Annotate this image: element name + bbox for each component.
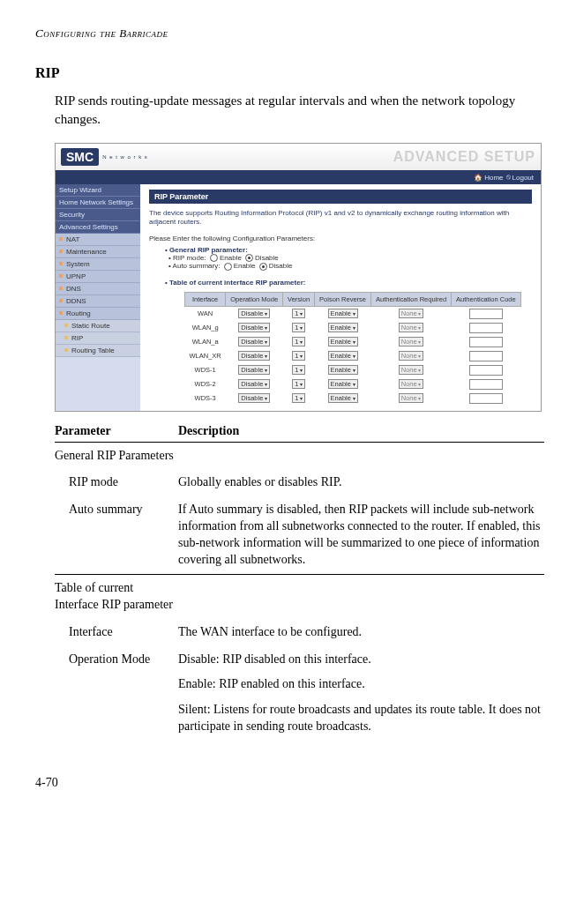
rip-row: WLAN_aDisable1EnableNone [185, 335, 521, 349]
param-name: RIP mode [55, 469, 178, 496]
auto-enable-radio[interactable] [224, 263, 232, 271]
opmode-select[interactable]: Disable [238, 379, 270, 389]
auth-select[interactable]: None [399, 323, 424, 332]
parameter-table: Parameter Description General RIP Parame… [55, 421, 544, 750]
nav-system[interactable]: System [56, 258, 140, 271]
authcode-input[interactable] [469, 365, 503, 376]
nav-ddns[interactable]: DDNS [56, 295, 140, 308]
param-name: Operation Mode [55, 646, 178, 750]
rip-mode-row: • RIP mode: Enable Disable [168, 254, 532, 262]
rip-row: WANDisable1EnableNone [185, 306, 521, 321]
auto-disable-radio[interactable] [259, 263, 267, 271]
opmode-select[interactable]: Disable [238, 337, 270, 346]
rip-row: WDS-3Disable1EnableNone [185, 391, 521, 406]
authcode-input[interactable] [469, 323, 503, 333]
poison-select[interactable]: Enable [328, 323, 358, 332]
nav-maintenance[interactable]: Maintenance [56, 246, 140, 258]
authcode-input[interactable] [469, 351, 503, 361]
nav-routing-table[interactable]: Routing Table [56, 345, 140, 357]
nav-dns[interactable]: DNS [56, 283, 140, 295]
version-select[interactable]: 1 [292, 323, 305, 332]
rip-row: WLAN_gDisable1EnableNone [185, 321, 521, 335]
poison-select[interactable]: Enable [328, 351, 358, 361]
cell-if: WAN [185, 306, 226, 321]
group1-title: • General RIP parameter: [165, 246, 532, 254]
page-number: 4-70 [35, 776, 541, 790]
interface-rip-table: Interface Operation Mode Version Poison … [184, 292, 521, 406]
poison-select[interactable]: Enable [328, 337, 358, 346]
auth-select[interactable]: None [399, 365, 424, 375]
nav-security[interactable]: Security [56, 209, 140, 221]
param-name: General RIP Parameters [55, 442, 178, 469]
panel-intro: Please Enter the following Configuration… [149, 235, 532, 242]
param-row: InterfaceThe WAN interface to be configu… [55, 619, 544, 646]
nav-rip[interactable]: RIP [56, 332, 140, 345]
version-select[interactable]: 1 [292, 351, 305, 361]
col-interface: Interface [185, 292, 226, 306]
auto-summary-row: • Auto summary: Enable Disable [168, 262, 532, 270]
cell-if: WDS-2 [185, 377, 226, 391]
group2-title: • Table of current interface RIP paramet… [165, 279, 532, 287]
nav-static-route[interactable]: Static Route [56, 320, 140, 332]
version-select[interactable]: 1 [292, 379, 305, 389]
section-title: RIP [35, 65, 541, 81]
nav-routing[interactable]: Routing [56, 308, 140, 320]
param-desc: Disable: RIP disabled on this interface.… [178, 646, 544, 750]
opmode-select[interactable]: Disable [238, 393, 270, 403]
home-link[interactable]: 🏠 Home [474, 174, 503, 182]
param-name: Table of current Interface RIP parameter [55, 574, 178, 618]
auth-select[interactable]: None [399, 351, 424, 361]
rip-disable-radio[interactable] [245, 254, 253, 262]
rip-enable-radio[interactable] [210, 254, 218, 262]
poison-select[interactable]: Enable [328, 393, 358, 403]
param-name: Auto summary [55, 496, 178, 574]
col-authreq: Authentication Required [371, 292, 452, 306]
poison-select[interactable]: Enable [328, 309, 358, 318]
opmode-select[interactable]: Disable [238, 351, 270, 361]
authcode-input[interactable] [469, 309, 503, 319]
param-row: RIP modeGlobally enables or disables RIP… [55, 469, 544, 496]
version-select[interactable]: 1 [292, 337, 305, 346]
cell-if: WDS-3 [185, 391, 226, 406]
sidebar: Setup Wizard Home Network Settings Secur… [56, 184, 140, 411]
logo-subtext: N e t w o r k s [102, 154, 148, 160]
nav-home-network[interactable]: Home Network Settings [56, 197, 140, 209]
param-desc [178, 442, 544, 469]
opmode-select[interactable]: Disable [238, 323, 270, 332]
auth-select[interactable]: None [399, 379, 424, 389]
opmode-select[interactable]: Disable [238, 365, 270, 375]
auth-select[interactable]: None [399, 393, 424, 403]
poison-select[interactable]: Enable [328, 365, 358, 375]
opmode-select[interactable]: Disable [238, 309, 270, 318]
screenshot-homebar: 🏠 Home ⦸ Logout [56, 170, 541, 184]
nav-advanced[interactable]: Advanced Settings [56, 221, 140, 234]
th-description: Description [178, 421, 544, 443]
param-row: Operation ModeDisable: RIP disabled on t… [55, 646, 544, 750]
auth-select[interactable]: None [399, 309, 424, 318]
param-row: Auto summaryIf Auto summary is disabled,… [55, 496, 544, 574]
th-parameter: Parameter [55, 421, 178, 443]
param-row: Table of current Interface RIP parameter [55, 574, 544, 618]
version-select[interactable]: 1 [292, 393, 305, 403]
nav-setup-wizard[interactable]: Setup Wizard [56, 184, 140, 197]
col-opmode: Operation Mode [226, 292, 283, 306]
nav-nat[interactable]: NAT [56, 234, 140, 246]
col-poison: Poison Reverse [315, 292, 371, 306]
poison-select[interactable]: Enable [328, 379, 358, 389]
panel-title: RIP Parameter [149, 190, 532, 204]
banner-title: ADVANCED SETUP [393, 149, 535, 165]
nav-upnp[interactable]: UPNP [56, 271, 140, 283]
version-select[interactable]: 1 [292, 309, 305, 318]
screenshot-topbar: SMC N e t w o r k s ADVANCED SETUP [56, 144, 541, 170]
authcode-input[interactable] [469, 337, 503, 347]
auth-select[interactable]: None [399, 337, 424, 346]
cell-if: WLAN_a [185, 335, 226, 349]
panel-note: The device supports Routing Information … [149, 209, 532, 227]
cell-if: WLAN_XR [185, 349, 226, 363]
cell-if: WLAN_g [185, 321, 226, 335]
logout-link[interactable]: ⦸ Logout [506, 173, 534, 182]
authcode-input[interactable] [469, 379, 503, 390]
param-desc: The WAN interface to be configured. [178, 619, 544, 646]
authcode-input[interactable] [469, 393, 503, 404]
version-select[interactable]: 1 [292, 365, 305, 375]
